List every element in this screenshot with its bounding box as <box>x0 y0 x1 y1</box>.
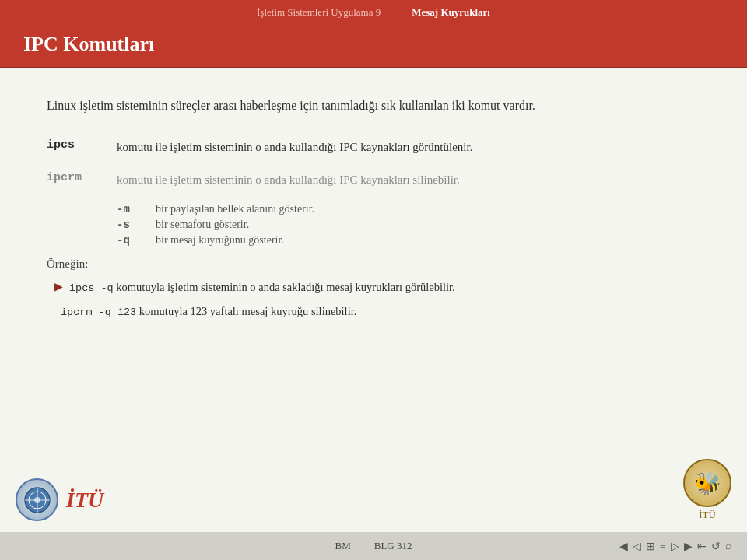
main-content: Linux işletim sisteminin süreçler arası … <box>0 68 747 341</box>
flags-block: -m bir paylaşılan bellek alanını gösteri… <box>117 203 700 247</box>
bottom-bar: BM BLG 312 ◀ ◁ ⊞ ≡ ▷ ▶ ⇤ ↺ ⌕ <box>0 532 747 560</box>
nav-search-icon[interactable]: ⌕ <box>725 540 731 552</box>
logo-right-container: 🐝 İTÜ <box>683 459 731 521</box>
ipcrm-command-name: ipcrm <box>47 170 117 184</box>
nav-refresh-icon[interactable]: ↺ <box>711 540 721 553</box>
example-section: Örneğin: ▶ ipcs -q komutuyla işletim sis… <box>47 257 700 321</box>
flag-q-desc: bir mesaj kuyruğunu gösterir. <box>156 234 284 247</box>
ipcrm-command-desc: komutu ile işletim sisteminin o anda kul… <box>117 170 700 189</box>
logo-left-container: İTÜ <box>16 478 103 521</box>
example-item-2: ipcrm -q 123 komutuyla 123 yaftalı mesaj… <box>61 303 700 321</box>
example-label: Örneğin: <box>47 257 700 271</box>
example-text-2: ipcrm -q 123 komutuyla 123 yaftalı mesaj… <box>61 305 356 317</box>
nav-prev-icon[interactable]: ◀ <box>619 540 628 553</box>
flag-q-name: -q <box>117 234 156 247</box>
ipcs-command-name: ipcs <box>47 138 117 152</box>
nav-next-icon[interactable]: ▷ <box>671 540 679 553</box>
nav-frame-icon[interactable]: ⊞ <box>646 540 655 553</box>
nav-prev2-icon[interactable]: ◁ <box>633 540 641 553</box>
ipcrm-command-block: ipcrm komutu ile işletim sisteminin o an… <box>47 170 700 189</box>
bottom-navigation-icons[interactable]: ◀ ◁ ⊞ ≡ ▷ ▶ ⇤ ↺ ⌕ <box>619 540 731 553</box>
bullet-arrow-icon: ▶ <box>54 278 63 293</box>
itu-crest-left <box>16 478 58 521</box>
nav-next2-icon[interactable]: ▶ <box>684 540 693 553</box>
flag-s-row: -s bir semaforu gösterir. <box>117 219 700 231</box>
flag-m-row: -m bir paylaşılan bellek alanını gösteri… <box>117 203 700 215</box>
nav-end-icon[interactable]: ⇤ <box>697 540 707 553</box>
itu-label-left: İTÜ <box>66 488 103 513</box>
itu-label-right: İTÜ <box>699 509 716 521</box>
nav-link-1[interactable]: İşletim Sistemleri Uygulama 9 <box>257 6 381 19</box>
svg-point-4 <box>34 497 40 503</box>
example-item-1: ▶ ipcs -q komutuyla işletim sisteminin o… <box>54 278 700 297</box>
bottom-label-blg: BLG 312 <box>374 540 412 552</box>
nav-align-icon[interactable]: ≡ <box>660 540 666 552</box>
flag-m-name: -m <box>117 203 156 215</box>
page-title: IPC Komutları <box>23 33 724 56</box>
example-text-1: ipcs -q komutuyla işletim sisteminin o a… <box>69 278 455 297</box>
ipcs-command-desc: komutu ile işletim sisteminin o anda kul… <box>117 138 700 156</box>
flag-s-desc: bir semaforu gösterir. <box>156 219 249 231</box>
flag-q-row: -q bir mesaj kuyruğunu gösterir. <box>117 234 700 247</box>
top-navigation: İşletim Sistemleri Uygulama 9 Mesaj Kuyr… <box>0 0 747 25</box>
bottom-label-bm: BM <box>335 540 351 552</box>
ipcs-command-block: ipcs komutu ile işletim sisteminin o and… <box>47 138 700 156</box>
title-bar: IPC Komutları <box>0 25 747 68</box>
flag-s-name: -s <box>117 219 156 231</box>
flag-m-desc: bir paylaşılan bellek alanını gösterir. <box>156 203 314 215</box>
itu-emblem-right: 🐝 <box>683 459 731 507</box>
nav-link-2[interactable]: Mesaj Kuyrukları <box>412 6 490 19</box>
bottom-center: BM BLG 312 <box>335 540 412 552</box>
intro-paragraph: Linux işletim sisteminin süreçler arası … <box>47 96 700 116</box>
